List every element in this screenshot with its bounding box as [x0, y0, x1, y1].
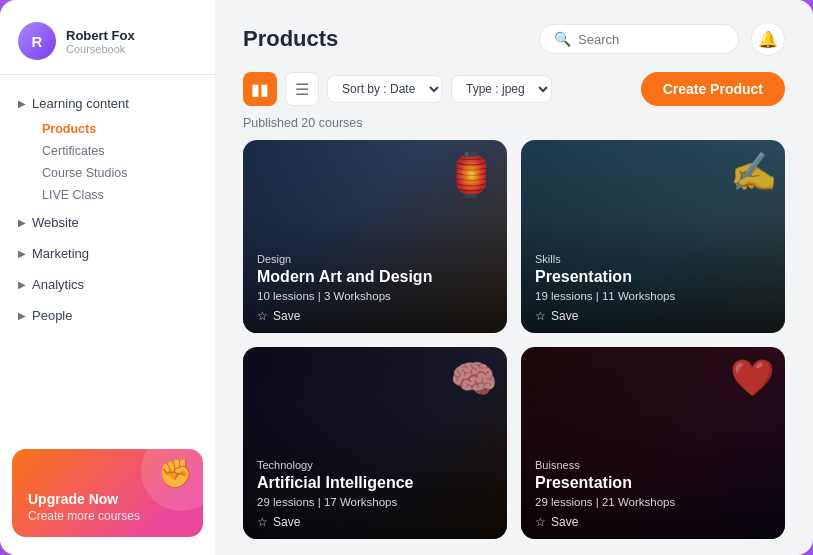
nav-sub-learning: Products Certificates Course Studios LIV… [0, 118, 215, 206]
toolbar-left: ▮▮ ☰ Sort by : Date Type : jpeg [243, 72, 552, 106]
grid-view-button[interactable]: ▮▮ [243, 72, 277, 106]
card-save-3[interactable]: ☆ Save [257, 515, 493, 529]
search-input[interactable] [578, 32, 708, 47]
nav-group-analytics: ▶ Analytics [0, 270, 215, 299]
card-category-1: Design [257, 253, 493, 265]
course-card-4[interactable]: ❤️ Buisness Presentation 29 lessions | 2… [521, 347, 785, 540]
course-card-3[interactable]: 🧠 Technology Artificial Intelligence 29 … [243, 347, 507, 540]
card-save-1[interactable]: ☆ Save [257, 309, 493, 323]
search-icon: 🔍 [554, 31, 571, 47]
courses-grid: 🏮 Design Modern Art and Design 10 lessio… [215, 136, 813, 555]
list-view-button[interactable]: ☰ [285, 72, 319, 106]
chevron-down-icon: ▶ [18, 98, 26, 109]
sidebar-nav: ▶ Learning content Products Certificates… [0, 75, 215, 435]
sort-select[interactable]: Sort by : Date [327, 75, 443, 103]
card-title-4: Presentation [535, 474, 771, 492]
card-category-3: Technology [257, 459, 493, 471]
star-icon-3: ☆ [257, 515, 268, 529]
card-meta-2: 19 lessions | 11 Workshops [535, 290, 771, 302]
chevron-right-icon-4: ▶ [18, 310, 26, 321]
course-card[interactable]: 🏮 Design Modern Art and Design 10 lessio… [243, 140, 507, 333]
card-title-3: Artificial Intelligence [257, 474, 493, 492]
card-meta-4: 29 lessions | 21 Workshops [535, 496, 771, 508]
page-title: Products [243, 26, 338, 52]
user-subtitle: Coursebook [66, 43, 135, 55]
card-meta-1: 10 lessions | 3 Workshops [257, 290, 493, 302]
user-info: Robert Fox Coursebook [66, 28, 135, 55]
sidebar-item-course-studios[interactable]: Course Studios [30, 162, 215, 184]
card-deco-icon-2: ✍️ [730, 150, 777, 194]
sidebar-item-learning-content[interactable]: ▶ Learning content [0, 89, 215, 118]
nav-group-people: ▶ People [0, 301, 215, 330]
star-icon-2: ☆ [535, 309, 546, 323]
search-bar[interactable]: 🔍 [539, 24, 739, 54]
type-select[interactable]: Type : jpeg [451, 75, 552, 103]
upgrade-banner[interactable]: ✊ Upgrade Now Create more courses [12, 449, 203, 537]
nav-group-marketing: ▶ Marketing [0, 239, 215, 268]
card-save-4[interactable]: ☆ Save [535, 515, 771, 529]
user-name: Robert Fox [66, 28, 135, 43]
card-deco-icon-3: 🧠 [450, 357, 497, 401]
sidebar-item-certificates[interactable]: Certificates [30, 140, 215, 162]
nav-group-learning: ▶ Learning content Products Certificates… [0, 89, 215, 206]
upgrade-subtitle: Create more courses [28, 509, 187, 523]
card-deco-icon-1: 🏮 [445, 150, 497, 199]
card-category-4: Buisness [535, 459, 771, 471]
main-header: Products 🔍 🔔 [215, 0, 813, 66]
notification-bell-button[interactable]: 🔔 [751, 22, 785, 56]
card-save-2[interactable]: ☆ Save [535, 309, 771, 323]
upgrade-fist-icon: ✊ [158, 457, 193, 490]
sidebar-item-people[interactable]: ▶ People [0, 301, 215, 330]
sidebar-item-products[interactable]: Products [30, 118, 215, 140]
card-deco-icon-4: ❤️ [730, 357, 775, 399]
card-content-3: Technology Artificial Intelligence 29 le… [243, 449, 507, 539]
chevron-right-icon: ▶ [18, 217, 26, 228]
sidebar-item-marketing[interactable]: ▶ Marketing [0, 239, 215, 268]
card-content-1: Design Modern Art and Design 10 lessions… [243, 243, 507, 333]
card-title-2: Presentation [535, 268, 771, 286]
create-product-button[interactable]: Create Product [641, 72, 785, 106]
app-container: R Robert Fox Coursebook ▶ Learning conte… [0, 0, 813, 555]
header-right: 🔍 🔔 [539, 22, 785, 56]
card-content-2: Skills Presentation 19 lessions | 11 Wor… [521, 243, 785, 333]
card-content-4: Buisness Presentation 29 lessions | 21 W… [521, 449, 785, 539]
main-content: Products 🔍 🔔 ▮▮ ☰ Sort by : Date Type : … [215, 0, 813, 555]
nav-group-website: ▶ Website [0, 208, 215, 237]
sidebar-item-live-class[interactable]: LIVE Class [30, 184, 215, 206]
star-icon-4: ☆ [535, 515, 546, 529]
published-label: Published 20 courses [215, 114, 813, 136]
sidebar: R Robert Fox Coursebook ▶ Learning conte… [0, 0, 215, 555]
course-card-2[interactable]: ✍️ Skills Presentation 19 lessions | 11 … [521, 140, 785, 333]
star-icon-1: ☆ [257, 309, 268, 323]
chevron-right-icon-3: ▶ [18, 279, 26, 290]
chevron-right-icon-2: ▶ [18, 248, 26, 259]
card-meta-3: 29 lessions | 17 Workshops [257, 496, 493, 508]
avatar: R [18, 22, 56, 60]
card-category-2: Skills [535, 253, 771, 265]
card-title-1: Modern Art and Design [257, 268, 493, 286]
sidebar-item-analytics[interactable]: ▶ Analytics [0, 270, 215, 299]
sidebar-user: R Robert Fox Coursebook [0, 0, 215, 75]
toolbar: ▮▮ ☰ Sort by : Date Type : jpeg Create P… [215, 66, 813, 114]
sidebar-item-website[interactable]: ▶ Website [0, 208, 215, 237]
